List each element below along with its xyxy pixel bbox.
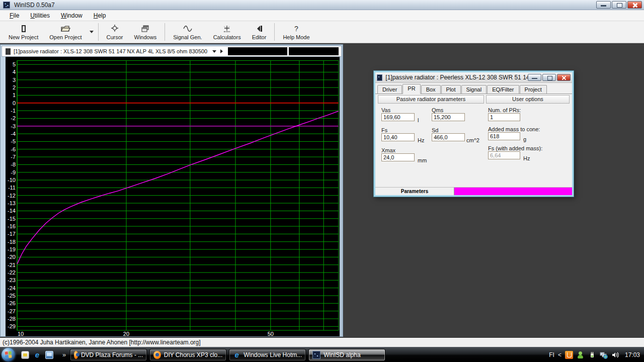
svg-text:3: 3: [13, 77, 16, 83]
tab-plot[interactable]: Plot: [441, 85, 461, 94]
main-status-bar: (c)1996-2004 Juha Hartikainen, Janne Aho…: [0, 338, 644, 347]
tray-collapse-chevron[interactable]: <: [558, 351, 561, 358]
quick-launch-overflow-chevron[interactable]: »: [62, 351, 66, 358]
svg-text:-1: -1: [11, 108, 16, 114]
pr-dialog: [1]passive radiator : Peerless XLS-12 30…: [374, 71, 574, 197]
open-project-dropdown-arrow-icon[interactable]: [90, 31, 94, 33]
num-of-prs-field[interactable]: [488, 113, 520, 121]
xmax-label: Xmax: [381, 147, 395, 153]
svg-text:-12: -12: [8, 193, 16, 199]
tab-pr[interactable]: PR: [403, 84, 420, 94]
tab-project[interactable]: Project: [520, 85, 547, 94]
header-expand-arrow-icon[interactable]: [220, 49, 223, 53]
toolbar-separator: [98, 23, 99, 41]
svg-text:4: 4: [13, 69, 16, 75]
svg-text:1: 1: [13, 92, 16, 98]
power-plug-tray-icon[interactable]: [588, 351, 596, 359]
dialog-close-button[interactable]: [557, 74, 571, 81]
svg-text:-14: -14: [8, 208, 16, 214]
dialog-maximize-button[interactable]: [542, 74, 556, 81]
svg-text:-16: -16: [8, 223, 16, 229]
taskbar-button-dvd-plaza[interactable]: DVD Plaza Forums - ...: [70, 349, 147, 361]
main-titlebar[interactable]: WinISD 0.50a7: [0, 0, 644, 10]
sine-wave-icon: [183, 24, 193, 33]
added-mass-field[interactable]: [488, 132, 520, 140]
project-selector[interactable]: [1]passive radiator : XLS-12 308 SWR 51 …: [14, 48, 207, 54]
passive-radiator-parameters-header[interactable]: Passive radiator parameters: [378, 95, 484, 104]
taskbar-button-winisd[interactable]: WinISD alpha: [308, 349, 385, 361]
dialog-app-icon: [377, 74, 382, 81]
windows-icon: [141, 24, 150, 33]
transfer-function-chart: 543210-1-2-3-4-5-6-7-8-9-10-11-12-13-14-…: [6, 57, 340, 336]
taskbar-button-diy-chorus[interactable]: DIY Chorus XP3 clo...: [149, 349, 226, 361]
svg-text:-28: -28: [8, 316, 16, 322]
sd-field[interactable]: [432, 133, 465, 141]
show-desktop-icon[interactable]: [45, 351, 53, 359]
menu-help[interactable]: Help: [89, 11, 111, 21]
cursor-readout-box-2: [288, 47, 339, 56]
taskbar-button-hotmail[interactable]: e Windows Live Hotm...: [229, 349, 306, 361]
cursor-button[interactable]: Cursor: [101, 21, 129, 43]
firefox-icon: [153, 351, 161, 359]
xmax-field[interactable]: [381, 153, 415, 161]
svg-text:-23: -23: [8, 277, 16, 283]
cursor-crosshair-icon: [110, 24, 119, 33]
media-player-icon[interactable]: [21, 351, 29, 359]
java-tray-icon[interactable]: [565, 351, 573, 359]
svg-text:-2: -2: [11, 115, 16, 121]
menu-file[interactable]: File: [5, 11, 24, 21]
svg-text:-24: -24: [8, 285, 16, 291]
new-project-button[interactable]: New Project: [3, 21, 44, 43]
svg-text:-17: -17: [8, 231, 16, 237]
fs-field[interactable]: [381, 133, 415, 141]
fs-with-added-mass-label: Fs (with added mass):: [488, 145, 542, 151]
screen: { "window": { "title": "WinISD 0.50a7" }…: [0, 0, 644, 362]
open-project-button[interactable]: Open Project: [44, 21, 87, 43]
plot-canvas[interactable]: 543210-1-2-3-4-5-6-7-8-9-10-11-12-13-14-…: [6, 57, 340, 336]
vas-field[interactable]: [381, 113, 415, 121]
close-button[interactable]: [627, 1, 642, 9]
help-mode-button[interactable]: ? Help Mode: [277, 21, 315, 43]
volume-tray-icon[interactable]: [611, 351, 619, 359]
fs-unit: Hz: [418, 137, 424, 143]
svg-text:-10: -10: [8, 177, 16, 183]
plot-window-header: [1]passive radiator : XLS-12 308 SWR 51 …: [2, 46, 342, 57]
tab-box[interactable]: Box: [421, 85, 441, 94]
vas-label: Vas: [381, 107, 390, 113]
editor-button[interactable]: Editor: [247, 21, 272, 43]
restore-button[interactable]: [612, 1, 626, 9]
sd-label: Sd: [432, 127, 438, 133]
calculators-button[interactable]: Calculators: [208, 21, 247, 43]
dialog-titlebar[interactable]: [1]passive radiator : Peerless XLS-12 30…: [375, 72, 572, 83]
tab-signal[interactable]: Signal: [461, 85, 487, 94]
messenger-tray-icon[interactable]: [577, 351, 585, 359]
svg-text:-9: -9: [11, 169, 16, 175]
toolbar-separator: [274, 23, 275, 41]
signal-gen-button[interactable]: Signal Gen.: [168, 21, 207, 43]
qms-field[interactable]: [432, 113, 465, 121]
parameters-status-panel: Parameters: [375, 188, 454, 195]
project-dropdown-arrow-icon[interactable]: [212, 50, 216, 53]
svg-text:-25: -25: [8, 293, 16, 299]
dialog-minimize-button[interactable]: [528, 74, 541, 81]
xmax-unit: mm: [418, 157, 427, 163]
windows-button[interactable]: Windows: [129, 21, 163, 43]
internet-explorer-icon[interactable]: e: [33, 351, 41, 359]
menu-utilities[interactable]: Utilities: [26, 11, 54, 21]
svg-text:-18: -18: [8, 239, 16, 245]
svg-text:-6: -6: [11, 146, 16, 152]
user-options-header[interactable]: User options: [486, 95, 570, 104]
sd-unit: cm^2: [466, 137, 479, 143]
start-button[interactable]: [2, 348, 15, 361]
language-indicator[interactable]: FI: [549, 351, 554, 358]
minimize-button[interactable]: [596, 1, 611, 9]
network-tray-icon[interactable]: [600, 351, 608, 359]
editor-icon: [255, 24, 264, 33]
added-mass-label: Added mass to cone:: [488, 126, 540, 132]
menu-window[interactable]: Window: [56, 11, 87, 21]
tab-eq-filter[interactable]: EQ/Filter: [487, 85, 519, 94]
tab-driver[interactable]: Driver: [377, 85, 402, 94]
svg-text:-3: -3: [11, 123, 16, 129]
internet-explorer-icon: e: [233, 351, 240, 359]
fs-with-added-mass-unit: Hz: [523, 155, 530, 161]
